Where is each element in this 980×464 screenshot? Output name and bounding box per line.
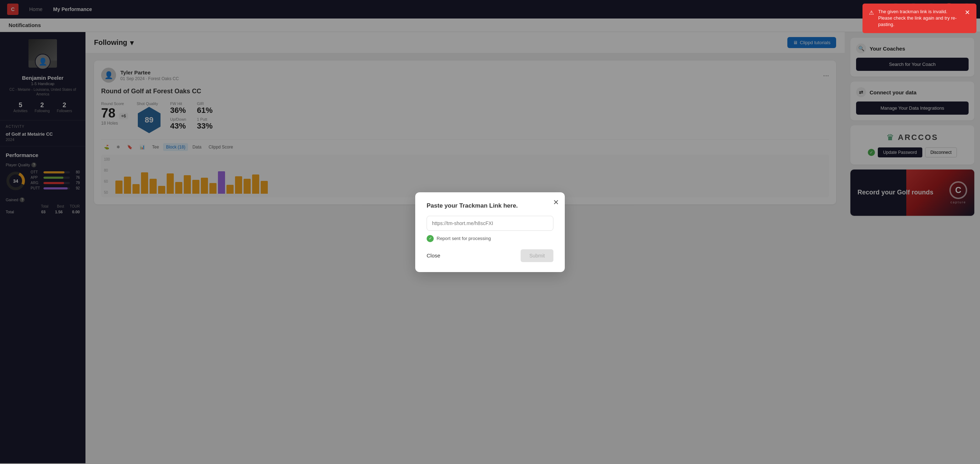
modal-title: Paste your Trackman Link here. (426, 202, 554, 210)
modal-footer: Close Submit (426, 249, 554, 262)
toast-message: The given trackman link is invalid. Plea… (878, 8, 961, 28)
modal-overlay[interactable]: Paste your Trackman Link here. ✕ ✓ Repor… (0, 0, 980, 463)
modal-success-message: ✓ Report sent for processing (426, 235, 554, 242)
toast-warning-icon: ⚠ (869, 9, 874, 17)
error-toast: ⚠ The given trackman link is invalid. Pl… (862, 3, 977, 33)
modal-close-button[interactable]: Close (426, 253, 440, 259)
modal: Paste your Trackman Link here. ✕ ✓ Repor… (415, 192, 565, 272)
modal-close-icon-button[interactable]: ✕ (553, 198, 559, 207)
success-checkmark-icon: ✓ (426, 235, 434, 242)
modal-submit-button[interactable]: Submit (520, 249, 554, 262)
trackman-link-input[interactable] (426, 216, 554, 231)
toast-close-button[interactable]: ✕ (965, 8, 970, 16)
success-text: Report sent for processing (437, 236, 491, 241)
